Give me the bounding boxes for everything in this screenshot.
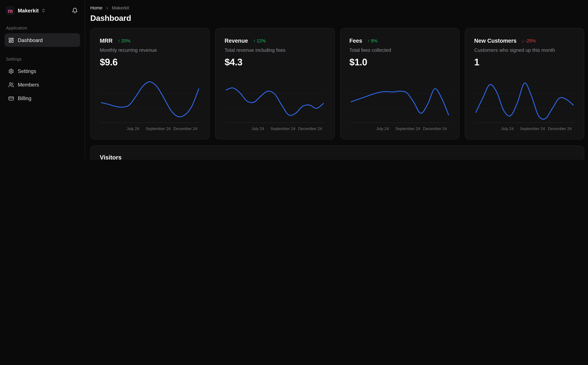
trend-badge: ↓-25% — [522, 38, 536, 43]
x-axis-labels: July 24 September 24 December 24 — [349, 126, 450, 133]
nav-section-settings: Settings — [5, 57, 80, 61]
main-content: Home Makerkit Dashboard MRR ↑20% Monthly… — [85, 0, 588, 160]
x-axis-labels: July 24 September 24 December 24 — [474, 126, 575, 133]
sidebar-item-label: Settings — [18, 68, 36, 74]
new-customers-card: New Customers ↓-25% Customers who signed… — [465, 28, 584, 140]
credit-card-icon — [8, 95, 14, 101]
trend-badge: ↑12% — [253, 38, 266, 43]
stat-value: $9.6 — [100, 57, 200, 68]
visitors-card: Visitors Showing total visitors for the … — [90, 146, 584, 160]
stat-title: Revenue — [225, 37, 248, 44]
sidebar-item-label: Dashboard — [18, 37, 43, 43]
workspace-switcher[interactable]: m Makerkit — [5, 5, 80, 16]
stat-subtitle: Total fees collected — [349, 47, 450, 53]
stat-value: $1.0 — [349, 57, 450, 68]
gear-icon — [8, 68, 14, 74]
stat-subtitle: Customers who signed up this month — [474, 47, 575, 53]
users-icon — [8, 82, 14, 88]
dashboard-app: m Makerkit Application Dashboard Setting… — [0, 0, 588, 160]
x-axis-labels: July 24 September 24 December 24 — [225, 126, 325, 133]
mrr-sparkline-chart — [100, 78, 200, 123]
arrow-up-icon: ↑ — [118, 38, 120, 43]
arrow-up-icon: ↑ — [367, 38, 370, 43]
revenue-card: Revenue ↑12% Total revenue including fee… — [215, 28, 335, 140]
visitors-title: Visitors — [100, 154, 575, 160]
stat-title: New Customers — [474, 37, 517, 44]
dashboard-grid-icon — [8, 37, 14, 43]
page-title: Dashboard — [90, 14, 584, 23]
stat-cards-row: MRR ↑20% Monthly recurring revenue $9.6 … — [90, 28, 584, 140]
stat-title: MRR — [100, 37, 112, 44]
revenue-sparkline-chart — [225, 78, 325, 123]
breadcrumb-home[interactable]: Home — [90, 5, 102, 11]
bell-icon — [72, 8, 78, 14]
sidebar-item-members[interactable]: Members — [5, 78, 80, 91]
sidebar-item-settings[interactable]: Settings — [5, 64, 80, 78]
new-customers-sparkline-chart — [474, 78, 575, 123]
notifications-button[interactable] — [70, 6, 79, 15]
makerkit-logo: m — [6, 7, 14, 15]
stat-value: 1 — [474, 57, 575, 68]
breadcrumb-current[interactable]: Makerkit — [112, 5, 129, 11]
workspace-name: Makerkit — [18, 8, 39, 14]
trend-badge: ↑20% — [118, 38, 130, 43]
arrow-up-icon: ↑ — [253, 38, 256, 43]
stat-subtitle: Total revenue including fees — [225, 47, 325, 53]
fees-sparkline-chart — [349, 78, 450, 123]
x-axis-labels: July 24 September 24 December 24 — [100, 126, 200, 133]
sidebar-item-dashboard[interactable]: Dashboard — [5, 33, 80, 47]
sidebar-item-billing[interactable]: Billing — [5, 91, 80, 105]
stat-value: $4.3 — [225, 57, 325, 68]
mrr-card: MRR ↑20% Monthly recurring revenue $9.6 … — [90, 28, 210, 140]
breadcrumb: Home Makerkit — [90, 5, 584, 11]
sidebar: m Makerkit Application Dashboard Setting… — [0, 0, 85, 160]
chevron-right-icon — [105, 6, 109, 10]
stat-title: Fees — [349, 37, 362, 44]
fees-card: Fees ↑9% Total fees collected $1.0 July … — [340, 28, 459, 140]
sidebar-item-label: Billing — [18, 95, 31, 101]
stat-subtitle: Monthly recurring revenue — [100, 47, 200, 53]
chevrons-up-down-icon — [41, 8, 46, 13]
sidebar-item-label: Members — [18, 82, 39, 88]
arrow-down-icon: ↓ — [522, 38, 524, 43]
nav-section-application: Application — [5, 26, 80, 30]
trend-badge: ↑9% — [367, 38, 377, 43]
